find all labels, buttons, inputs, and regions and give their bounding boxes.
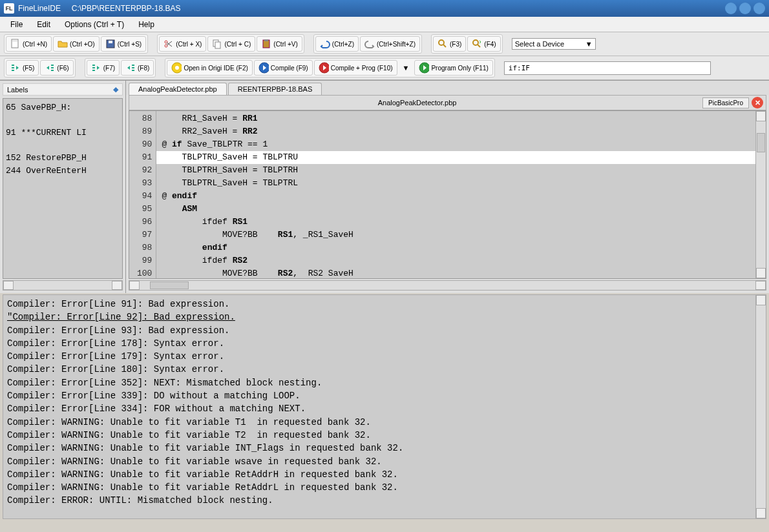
clipboard-group: (Ctrl + X) (Ctrl + C) (Ctrl +V)	[157, 34, 304, 54]
output-line[interactable]: Compiler: WARNING: Unable to fit variabl…	[7, 416, 762, 429]
sidebar-hscroll[interactable]	[3, 280, 123, 291]
scroll-left-icon[interactable]	[129, 281, 140, 290]
code-line[interactable]: @ if Save_TBLPTR == 1	[156, 138, 755, 151]
output-line[interactable]: Compiler: Error[Line 93]: Bad expression…	[7, 324, 762, 337]
output-line[interactable]: Compiler: WARNING: Unable to fit variabl…	[7, 481, 762, 494]
compile-button[interactable]: Compile (F9)	[254, 60, 313, 76]
find-button[interactable]: (F3)	[433, 36, 466, 52]
device-select-value: Select a Device	[515, 40, 564, 48]
line-number: 97	[137, 229, 152, 241]
tab-analogpeakdetector-pbp[interactable]: AnalogPeakDetector.pbp	[129, 83, 227, 95]
svg-point-13	[175, 66, 179, 70]
output-line[interactable]: Compiler: Error[Line 180]: Syntax error.	[7, 363, 762, 376]
scroll-up-icon[interactable]	[756, 295, 766, 305]
code-line[interactable]: ifdef RS2	[156, 254, 755, 267]
menu-help[interactable]: Help	[132, 18, 161, 31]
tab-reenterpbp-18-bas[interactable]: REENTERPBP-18.BAS	[228, 83, 322, 95]
code-line[interactable]: TBLPTRU_SaveH = TBLPTRU	[156, 151, 755, 164]
output-line[interactable]: Compiler: ERROR: UNTIL: Mismatched block…	[7, 494, 762, 507]
scroll-left-icon[interactable]	[3, 281, 14, 290]
paste-button[interactable]: (Ctrl +V)	[257, 36, 302, 52]
if-condition-input[interactable]	[504, 61, 711, 75]
output-line[interactable]: Compiler: Error[Line 179]: Syntax error.	[7, 350, 762, 363]
dropdown-arrow-icon[interactable]: ▼	[399, 64, 414, 72]
menu-edit[interactable]: Edit	[30, 18, 57, 31]
cut-label: (Ctrl + X)	[176, 41, 202, 48]
scissors-icon	[163, 39, 174, 49]
output-line[interactable]: Compiler: WARNING: Unable to fit variabl…	[7, 442, 762, 455]
scroll-down-icon[interactable]	[756, 268, 766, 278]
output-line[interactable]: Compiler: Error[Line 334]: FOR without a…	[7, 402, 762, 415]
scroll-thumb[interactable]	[757, 133, 765, 152]
output-line[interactable]: Compiler: Error[Line 352]: NEXT: Mismatc…	[7, 376, 762, 389]
minimize-button[interactable]	[725, 3, 737, 14]
device-select[interactable]: Select a Device ▼	[512, 38, 596, 50]
scroll-track[interactable]	[756, 305, 766, 508]
open-file-button[interactable]: (Ctrl +O)	[53, 36, 100, 52]
svg-rect-1	[12, 41, 17, 41]
scroll-right-icon[interactable]	[755, 281, 766, 290]
code-line[interactable]: ifdef RS1	[156, 216, 755, 229]
output-vscroll[interactable]	[755, 295, 766, 518]
indent-right-f7-button[interactable]: (F7)	[87, 60, 120, 76]
scroll-track[interactable]	[756, 121, 766, 268]
code-editor[interactable]: 888990919293949596979899100 RR1_SaveH = …	[129, 110, 766, 279]
indent-left-f8-button[interactable]: (F8)	[121, 60, 154, 76]
sidebar-labels-dropdown[interactable]: Labels ◆	[3, 83, 123, 96]
sidebar-label-item[interactable]	[6, 139, 120, 152]
output-line[interactable]: Compiler: Error[Line 178]: Syntax error.	[7, 337, 762, 350]
code-line[interactable]: RR1_SaveH = RR1	[156, 112, 755, 125]
close-document-button[interactable]: ✕	[752, 97, 763, 108]
code-line[interactable]: RR2_SaveH = RR2	[156, 125, 755, 138]
output-line[interactable]: Compiler: WARNING: Unable to fit variabl…	[7, 455, 762, 468]
output-line[interactable]: Compiler: Error[Line 91]: Bad expression…	[7, 298, 762, 311]
scroll-up-icon[interactable]	[756, 111, 766, 121]
code-line[interactable]: endif	[156, 241, 755, 254]
output-line[interactable]: "Compiler: Error[Line 92]: Bad expressio…	[7, 311, 762, 323]
new-file-button[interactable]: (Ctrl +N)	[6, 36, 52, 52]
sidebar-label-item[interactable]	[6, 114, 120, 127]
sidebar-header-label: Labels	[7, 86, 28, 94]
code-line[interactable]: MOVE?BB RS2, RS2 SaveH	[156, 267, 755, 278]
sidebar-label-item[interactable]: 65 SavePBP_H:	[6, 101, 120, 114]
compiler-output[interactable]: Compiler: Error[Line 91]: Bad expression…	[3, 294, 766, 519]
copy-button[interactable]: (Ctrl + C)	[207, 36, 255, 52]
code-line[interactable]: MOVE?BB RS1, _RS1_SaveH	[156, 229, 755, 241]
output-line[interactable]: Compiler: WARNING: Unable to fit variabl…	[7, 468, 762, 481]
cut-button[interactable]: (Ctrl + X)	[159, 36, 206, 52]
line-number: 89	[137, 125, 152, 138]
sidebar-label-item[interactable]: 244 OverReEnterH	[6, 165, 120, 178]
scroll-down-icon[interactable]	[756, 508, 766, 518]
scroll-right-icon[interactable]	[112, 281, 122, 290]
compile-prog-button[interactable]: Compile + Prog (F10)	[314, 60, 397, 76]
menu-file[interactable]: File	[4, 18, 29, 31]
open-ide-button[interactable]: Open in Origi IDE (F2)	[167, 60, 252, 76]
menu-options[interactable]: Options (Ctrl + T)	[58, 18, 131, 31]
maximize-button[interactable]	[739, 3, 751, 14]
indent-left-f6-button[interactable]: (F6)	[40, 60, 73, 76]
code-line[interactable]: TBLPTRH_SaveH = TBLPTRH	[156, 164, 755, 177]
sidebar-label-item[interactable]: 91 ***CURRENT LI	[6, 127, 120, 139]
sidebar-label-item[interactable]: 152 RestorePBP_H	[6, 152, 120, 165]
code-line[interactable]: @ endif	[156, 190, 755, 203]
play-red-icon	[319, 63, 329, 73]
svg-point-10	[439, 40, 444, 45]
redo-button[interactable]: (Ctrl+Shift+Z)	[360, 36, 420, 52]
scroll-thumb[interactable]	[150, 281, 189, 289]
editor-vscroll[interactable]	[755, 111, 766, 278]
close-button[interactable]	[753, 3, 765, 14]
indent-right-f5-button[interactable]: (F5)	[6, 60, 39, 76]
code-content[interactable]: RR1_SaveH = RR1 RR2_SaveH = RR2@ if Save…	[156, 111, 755, 278]
code-line[interactable]: ASM	[156, 203, 755, 216]
replace-button[interactable]: (F4)	[467, 36, 500, 52]
editor-hscroll[interactable]	[129, 280, 766, 291]
scroll-track[interactable]	[140, 281, 755, 290]
undo-button[interactable]: (Ctrl+Z)	[315, 36, 359, 52]
save-file-button[interactable]: (Ctrl +S)	[101, 36, 147, 52]
sidebar-label-list[interactable]: 65 SavePBP_H: 91 ***CURRENT LI 152 Resto…	[3, 98, 123, 279]
redo-icon	[364, 39, 375, 49]
program-only-button[interactable]: Program Only (F11)	[414, 60, 492, 76]
output-line[interactable]: Compiler: WARNING: Unable to fit variabl…	[7, 429, 762, 442]
output-line[interactable]: Compiler: Error[Line 339]: DO without a …	[7, 389, 762, 402]
code-line[interactable]: TBLPTRL_SaveH = TBLPTRL	[156, 177, 755, 190]
